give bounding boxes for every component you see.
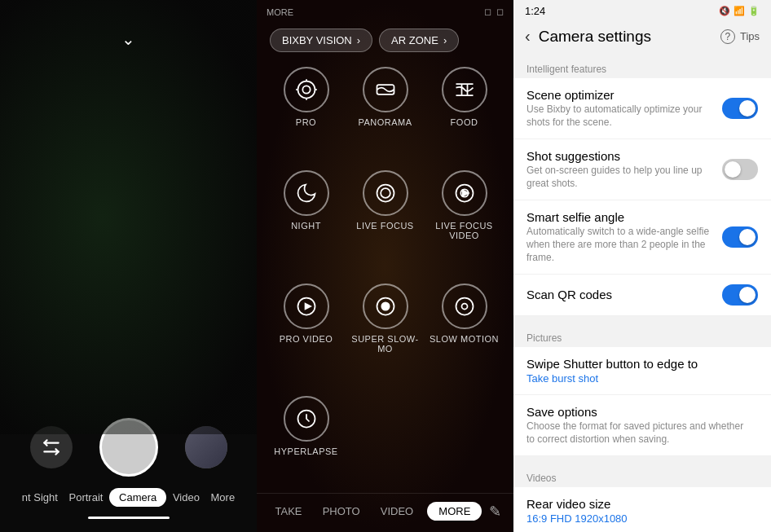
- scene-optimizer-title: Scene optimizer: [526, 88, 714, 102]
- svg-point-17: [461, 303, 467, 309]
- pictures-header: Pictures: [513, 323, 771, 347]
- status-bar: 1:24 🔇 📶 🔋: [513, 0, 771, 20]
- intelligent-features-header: Intelligent features: [513, 54, 771, 78]
- battery-icon: 🔋: [748, 6, 760, 16]
- modes-tab-take[interactable]: TAKE: [269, 502, 309, 521]
- mode-item-night[interactable]: NIGHT: [270, 170, 342, 267]
- modes-header: MORE ◻ ◻: [257, 0, 513, 24]
- modes-tab-photo[interactable]: PHOTO: [316, 502, 367, 521]
- ar-arrow-icon: ›: [443, 34, 447, 46]
- pro-label: PRO: [296, 117, 316, 127]
- mode-item-panorama[interactable]: PANORAMA: [349, 67, 421, 154]
- smart-selfie-toggle[interactable]: [722, 226, 758, 248]
- modes-tab-more[interactable]: MORE: [427, 502, 482, 521]
- scene-optimizer-item[interactable]: Scene optimizer Use Bixby to automatical…: [513, 78, 771, 139]
- shot-suggestions-desc: Get on-screen guides to help you line up…: [526, 165, 714, 190]
- modes-tab-video[interactable]: VIDEO: [374, 502, 420, 521]
- pro-icon: [284, 67, 329, 112]
- svg-point-0: [297, 81, 315, 99]
- mode-item-live-focus[interactable]: LIVE FOCUS: [349, 170, 421, 267]
- scan-qr-toggle[interactable]: [722, 284, 758, 306]
- svg-marker-13: [304, 302, 311, 310]
- smart-selfie-title: Smart selfie angle: [526, 210, 714, 224]
- super-slow-mo-label: SUPER SLOW-MO: [349, 334, 421, 354]
- rear-video-size-subtitle: 16:9 FHD 1920x1080: [526, 512, 750, 525]
- mode-item-pro-video[interactable]: PRO VIDEO: [270, 284, 342, 380]
- shot-suggestions-title: Shot suggestions: [526, 149, 714, 163]
- panorama-icon: [363, 67, 408, 112]
- scan-qr-title: Scan QR codes: [526, 288, 714, 301]
- svg-point-1: [302, 86, 310, 93]
- svg-point-7: [381, 188, 390, 198]
- shot-suggestions-toggle[interactable]: [722, 159, 758, 180]
- modes-grid: PRO PANORAMA FOOD NIGHT: [257, 57, 513, 493]
- night-label: NIGHT: [291, 221, 321, 231]
- shot-suggestions-toggle-knob: [725, 161, 741, 178]
- modes-edit-icon[interactable]: ✎: [489, 503, 501, 521]
- scene-optimizer-toggle[interactable]: [722, 98, 758, 119]
- save-options-desc: Choose the format for saved pictures and…: [526, 420, 750, 446]
- live-focus-video-icon: [442, 170, 487, 216]
- swipe-shutter-text: Swipe Shutter button to edge to Take bur…: [526, 357, 758, 385]
- settings-scroll-area[interactable]: Intelligent features Scene optimizer Use…: [513, 54, 771, 532]
- shot-suggestions-item[interactable]: Shot suggestions Get on-screen guides to…: [513, 139, 771, 200]
- scene-optimizer-desc: Use Bixby to automatically optimize your…: [526, 103, 714, 129]
- mode-tab-portrait[interactable]: Portrait: [64, 488, 108, 507]
- mode-tab-video[interactable]: Video: [168, 488, 205, 507]
- svg-point-8: [377, 184, 394, 201]
- settings-help-button[interactable]: ? Tips: [720, 29, 760, 44]
- settings-header: ‹ Camera settings ? Tips: [513, 20, 771, 54]
- wifi-icon: 📶: [734, 6, 745, 16]
- slow-motion-icon: [442, 284, 487, 329]
- settings-back-button[interactable]: ‹: [525, 27, 531, 46]
- mode-item-slow-motion[interactable]: SLOW MOTION: [428, 284, 500, 380]
- mode-tab-nt-sight[interactable]: nt Sight: [17, 488, 63, 507]
- smart-selfie-item[interactable]: Smart selfie angle Automatically switch …: [513, 200, 771, 275]
- mode-tab-camera[interactable]: Camera: [109, 488, 166, 507]
- ar-zone-button[interactable]: AR ZONE ›: [379, 29, 459, 52]
- modes-bixby-bar: BIXBY VISION › AR ZONE ›: [257, 24, 513, 57]
- mode-item-live-focus-video[interactable]: LIVE FOCUS VIDEO: [428, 170, 500, 267]
- modes-panel: MORE ◻ ◻ BIXBY VISION › AR ZONE › PRO: [257, 0, 513, 532]
- mode-item-pro[interactable]: PRO: [270, 67, 342, 154]
- bixby-arrow-icon: ›: [357, 34, 360, 46]
- swipe-shutter-item[interactable]: Swipe Shutter button to edge to Take bur…: [513, 347, 771, 395]
- hyperlapse-label: HYPERLAPSE: [274, 446, 337, 456]
- live-focus-label: LIVE FOCUS: [356, 221, 413, 231]
- status-time: 1:24: [525, 5, 545, 17]
- slow-motion-label: SLOW MOTION: [430, 334, 499, 344]
- save-options-title: Save options: [526, 405, 750, 419]
- settings-title: Camera settings: [539, 28, 651, 46]
- live-focus-video-label: LIVE FOCUS VIDEO: [428, 221, 500, 240]
- videos-header: Videos: [513, 463, 771, 487]
- scan-qr-toggle-knob: [739, 287, 756, 303]
- mode-item-food[interactable]: FOOD: [428, 67, 500, 154]
- status-icons: 🔇 📶 🔋: [719, 6, 760, 16]
- smart-selfie-desc: Automatically switch to a wide-angle sel…: [526, 226, 714, 264]
- modes-icon-1: ◻: [484, 7, 491, 17]
- pictures-divider: [513, 316, 771, 323]
- rear-video-size-item[interactable]: Rear video size 16:9 FHD 1920x1080: [513, 487, 771, 532]
- save-options-item[interactable]: Save options Choose the format for saved…: [513, 395, 771, 456]
- shot-suggestions-text: Shot suggestions Get on-screen guides to…: [526, 149, 722, 190]
- scan-qr-item[interactable]: Scan QR codes: [513, 275, 771, 316]
- svg-point-15: [381, 302, 389, 310]
- bixby-vision-button[interactable]: BIXBY VISION ›: [270, 29, 372, 52]
- hyperlapse-icon: [284, 396, 329, 442]
- pro-video-icon: [284, 284, 329, 329]
- settings-panel: 1:24 🔇 📶 🔋 ‹ Camera settings ? Tips Inte…: [513, 0, 771, 532]
- camera-chevron-icon[interactable]: ⌄: [121, 29, 135, 49]
- camera-bottom-indicator: [88, 517, 170, 519]
- mode-item-super-slow-mo[interactable]: SUPER SLOW-MO: [349, 284, 421, 380]
- tips-label: Tips: [740, 30, 760, 42]
- scan-qr-text: Scan QR codes: [526, 288, 722, 303]
- mode-item-hyperlapse[interactable]: HYPERLAPSE: [270, 396, 342, 483]
- svg-point-16: [456, 297, 473, 314]
- camera-viewfinder: [0, 0, 257, 434]
- save-options-text: Save options Choose the format for saved…: [526, 405, 758, 446]
- bixby-label: BIXBY VISION: [282, 34, 352, 46]
- mode-tab-more[interactable]: More: [206, 488, 240, 507]
- modes-bottom-tabs: TAKE PHOTO VIDEO MORE ✎: [257, 493, 513, 532]
- swipe-shutter-subtitle: Take burst shot: [526, 372, 750, 385]
- modes-header-title: MORE: [267, 7, 293, 17]
